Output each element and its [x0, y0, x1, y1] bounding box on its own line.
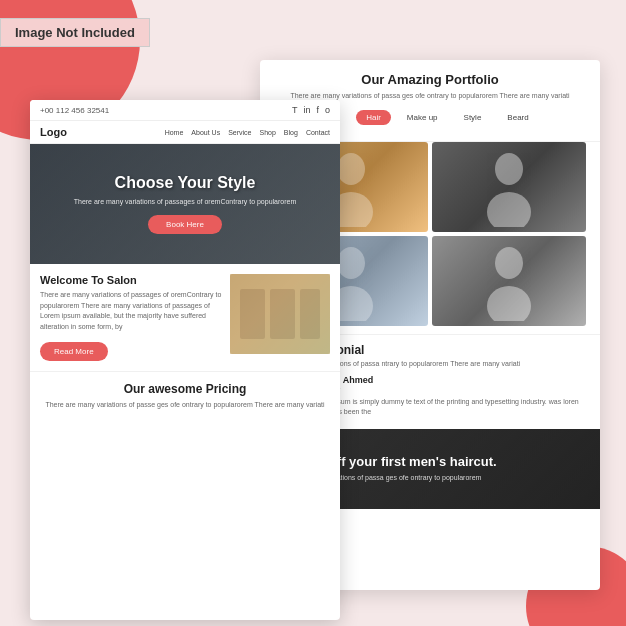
card-front: +00 112 456 32541 T in f o Logo Home Abo…	[30, 100, 340, 620]
instagram-icon[interactable]: o	[325, 105, 330, 115]
nav-links: Home About Us Service Shop Blog Contact	[165, 129, 330, 136]
nav-home[interactable]: Home	[165, 129, 184, 136]
linkedin-icon[interactable]: in	[303, 105, 310, 115]
filter-beard[interactable]: Beard	[497, 110, 538, 125]
social-icons: T in f o	[292, 105, 330, 115]
welcome-image	[230, 274, 330, 354]
svg-point-4	[337, 247, 365, 279]
nav-contact[interactable]: Contact	[306, 129, 330, 136]
image-not-included-label: Image Not Included	[0, 18, 150, 47]
svg-rect-10	[270, 289, 295, 339]
welcome-heading: Welcome To Salon	[40, 274, 222, 286]
welcome-description: There are many variations of passages of…	[40, 290, 222, 332]
image-not-included-text: Image Not Included	[15, 25, 135, 40]
twitter-icon[interactable]: T	[292, 105, 298, 115]
person-quote: Lorem ipsum is simply dummy te text of t…	[310, 397, 586, 417]
facebook-icon[interactable]: f	[316, 105, 319, 115]
svg-point-0	[337, 153, 365, 185]
welcome-text: Welcome To Salon There are many variatio…	[40, 274, 222, 361]
testimonial-info: Sumon Ahmed Customer Lorem ipsum is simp…	[310, 375, 586, 417]
pricing-heading: Our awesome Pricing	[40, 382, 330, 396]
hero-description: There are many variations of passages of…	[74, 197, 297, 207]
portrait-4	[432, 236, 586, 326]
portrait-2	[432, 142, 586, 232]
portfolio-image-4	[432, 236, 586, 326]
nav-blog[interactable]: Blog	[284, 129, 298, 136]
svg-point-7	[487, 286, 531, 321]
person-role: Customer	[310, 385, 586, 395]
book-here-button[interactable]: Book Here	[148, 215, 222, 234]
welcome-section: Welcome To Salon There are many variatio…	[30, 264, 340, 372]
svg-point-2	[495, 153, 523, 185]
nav-service[interactable]: Service	[228, 129, 251, 136]
nav-shop[interactable]: Shop	[260, 129, 276, 136]
svg-point-3	[487, 192, 531, 227]
pricing-section: Our awesome Pricing There are many varia…	[30, 372, 340, 421]
svg-rect-11	[300, 289, 320, 339]
hero-section: Choose Your Style There are many variati…	[30, 144, 340, 264]
topbar: +00 112 456 32541 T in f o	[30, 100, 340, 121]
hero-heading: Choose Your Style	[115, 174, 256, 192]
portfolio-heading: Our Amazing Portfolio	[274, 72, 586, 87]
portfolio-image-2	[432, 142, 586, 232]
logo: Logo	[40, 126, 67, 138]
navbar: Logo Home About Us Service Shop Blog Con…	[30, 121, 340, 144]
phone-number: +00 112 456 32541	[40, 106, 109, 115]
person-name: Sumon Ahmed	[310, 375, 586, 385]
cards-wrapper: Our Amazing Portfolio There are many var…	[30, 60, 600, 615]
filter-makeup[interactable]: Make up	[397, 110, 448, 125]
pricing-text: There are many variations of passe ges o…	[40, 400, 330, 411]
nav-about[interactable]: About Us	[191, 129, 220, 136]
svg-rect-9	[240, 289, 265, 339]
filter-hair[interactable]: Hair	[356, 110, 391, 125]
read-more-button[interactable]: Read More	[40, 342, 108, 361]
filter-style[interactable]: Style	[454, 110, 492, 125]
svg-point-6	[495, 247, 523, 279]
